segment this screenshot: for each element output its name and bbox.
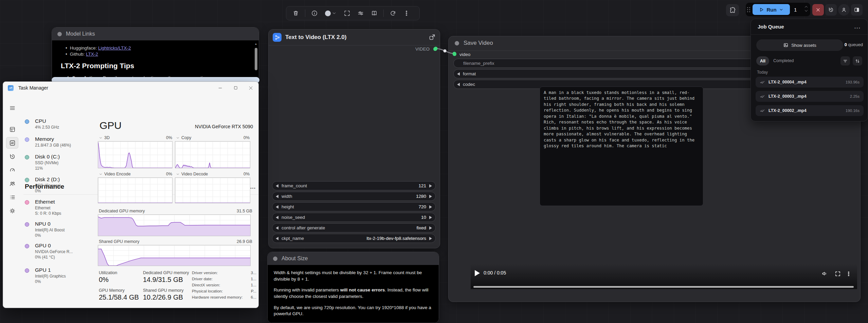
tab-completed[interactable]: Completed xyxy=(773,58,794,63)
increment-arrow[interactable] xyxy=(429,184,432,188)
decrement-arrow[interactable] xyxy=(457,72,460,76)
title-bar[interactable]: Task Manager xyxy=(3,82,258,94)
sidebar-item-processes[interactable] xyxy=(6,124,18,135)
widget-ckpt-name[interactable]: ckpt_name ltx-2-19b-dev-fp8.safetensors xyxy=(272,234,436,243)
playback-time: 0:00 / 0:05 xyxy=(484,270,506,276)
decrement-arrow[interactable] xyxy=(276,216,278,219)
nav-menu-button[interactable] xyxy=(6,102,18,114)
task-manager-window[interactable]: Task Manager Performance xyxy=(3,81,259,308)
sidebar-item-services[interactable] xyxy=(6,205,18,216)
about-size-header[interactable]: About Size xyxy=(268,252,439,265)
filter-button[interactable] xyxy=(840,56,850,65)
toggle-sidebar-button[interactable] xyxy=(851,4,863,16)
user-account-button[interactable] xyxy=(838,4,850,16)
widget-frame-count[interactable]: frame_count 121 xyxy=(272,181,436,190)
sidebar-item-app-history[interactable] xyxy=(6,151,18,162)
settings-sliders-icon[interactable] xyxy=(355,8,367,19)
queue-item[interactable]: LTX-2_00002_.mp4 190.16s xyxy=(756,105,864,116)
chevron-down-icon xyxy=(176,136,180,140)
job-queue-menu-button[interactable]: ... xyxy=(854,24,861,30)
batch-count-steppers[interactable] xyxy=(804,5,808,13)
widget-height[interactable]: height 720 xyxy=(272,202,436,211)
delete-icon[interactable] xyxy=(290,8,302,19)
text-to-video-node[interactable]: Text to Video (LTX 2.0) VIDEO A man in a… xyxy=(268,29,440,248)
run-button[interactable]: Run xyxy=(753,4,790,15)
prompt-textarea[interactable]: A man in a black tuxedo stands motionles… xyxy=(540,87,703,206)
widget-control-after-generate[interactable]: control after generate fixed xyxy=(272,223,436,232)
sidebar-item-performance[interactable] xyxy=(6,137,18,149)
sidebar-item-details[interactable] xyxy=(6,191,18,203)
perf-item-memory[interactable]: Memory 21.8/47.3 GB (46%) xyxy=(23,136,94,148)
increment-arrow[interactable] xyxy=(429,237,432,240)
sidebar-item-users[interactable] xyxy=(6,178,18,189)
chart-label-3d[interactable]: 3D xyxy=(99,135,110,140)
increment-arrow[interactable] xyxy=(429,216,432,219)
perf-item-disk0[interactable]: Disk 0 (C:) SSD (NVMe) 11% xyxy=(23,154,94,171)
batch-count-input[interactable]: 1 xyxy=(790,4,810,15)
history-button[interactable] xyxy=(825,4,837,16)
perf-item-gpu1[interactable]: GPU 1 Intel(R) Graphics 0% xyxy=(23,267,94,284)
scroll-up-arrow[interactable]: ▲ xyxy=(254,42,258,47)
perf-item-cpu[interactable]: CPU 4% 2.53 GHz xyxy=(23,118,94,130)
widget-noise-seed[interactable]: noise_seed 10 xyxy=(272,213,436,222)
decrement-arrow[interactable] xyxy=(457,83,460,86)
chart-label-copy[interactable]: Copy xyxy=(176,135,191,140)
close-button[interactable] xyxy=(243,82,258,94)
decrement-arrow[interactable] xyxy=(276,226,278,230)
fullscreen-button[interactable] xyxy=(835,271,841,277)
video-menu-button[interactable] xyxy=(846,271,852,277)
chevron-down-icon xyxy=(804,9,808,13)
library-book-icon[interactable] xyxy=(368,8,380,19)
run-controls-group: Run 1 xyxy=(746,3,810,16)
increment-arrow[interactable] xyxy=(429,195,432,198)
perf-item-ethernet[interactable]: Ethernet Ethernet S: 0 R: 0 Kbps xyxy=(23,199,94,216)
model-links-header[interactable]: Model Links xyxy=(52,27,259,40)
video-progress-bar[interactable] xyxy=(473,286,854,288)
node-title: Save Video xyxy=(464,40,493,46)
show-assets-button[interactable]: Show assets xyxy=(756,39,843,51)
increment-arrow[interactable] xyxy=(429,205,432,209)
widget-width[interactable]: width 1280 xyxy=(272,192,436,201)
model-links-node[interactable]: Model Links •Huggingface: Lightricks/LTX… xyxy=(52,27,259,83)
cancel-run-button[interactable] xyxy=(812,4,824,16)
redo-icon[interactable] xyxy=(387,8,399,19)
perf-item-disk2[interactable]: Disk 2 (D:) SSD (Spaces) 0% xyxy=(23,176,94,193)
node-color-picker[interactable] xyxy=(322,8,340,19)
memory-dot xyxy=(25,137,29,142)
scrollbar-thumb[interactable] xyxy=(255,48,257,70)
minimize-button[interactable] xyxy=(213,82,228,94)
chart-label-video-decode[interactable]: Video Decode xyxy=(176,172,208,176)
decrement-arrow[interactable] xyxy=(276,205,278,209)
increment-arrow[interactable] xyxy=(429,226,432,230)
node-type-icon xyxy=(273,33,282,42)
more-options-icon[interactable] xyxy=(400,8,413,19)
huggingface-link[interactable]: Lightricks/LTX-2 xyxy=(98,45,131,51)
info-icon[interactable] xyxy=(308,8,321,19)
sort-button[interactable] xyxy=(853,56,862,65)
decrement-arrow[interactable] xyxy=(276,184,278,188)
decrement-arrow[interactable] xyxy=(276,237,278,240)
play-button[interactable] xyxy=(475,270,480,276)
double-check-icon xyxy=(760,108,765,113)
extensions-puzzle-button[interactable] xyxy=(726,4,739,16)
queue-item[interactable]: LTX-2_00003_.mp4 2.25s xyxy=(756,91,864,102)
fit-view-icon[interactable] xyxy=(341,8,353,19)
scrollbar[interactable]: ▲ xyxy=(254,42,258,81)
sidebar-item-startup-apps[interactable] xyxy=(6,164,18,176)
volume-button[interactable] xyxy=(821,270,828,277)
tab-all[interactable]: All xyxy=(756,56,769,65)
chart-label-video-encode[interactable]: Video Encode xyxy=(99,172,131,176)
double-check-icon xyxy=(760,94,765,99)
decrement-arrow[interactable] xyxy=(276,195,278,198)
drag-handle[interactable] xyxy=(747,7,752,12)
comfyui-canvas[interactable]: { "canvas_toolbar": { "icons": ["trash",… xyxy=(0,0,868,323)
perf-item-npu0[interactable]: NPU 0 Intel(R) AI Boost 0% xyxy=(23,221,94,238)
queue-item[interactable]: LTX-2_00004_.mp4 193.96s xyxy=(756,77,864,88)
about-size-node[interactable]: About Size Width & height settings must … xyxy=(267,252,439,323)
maximize-button[interactable] xyxy=(228,82,243,94)
github-link[interactable]: LTX-2 xyxy=(86,52,98,57)
chart-max-dedicated: 31.5 GB xyxy=(237,209,252,213)
perf-item-gpu0[interactable]: GPU 0 NVIDIA GeForce R... 0% (41 °C) xyxy=(23,243,94,260)
expand-node-button[interactable] xyxy=(429,34,436,41)
about-size-title: About Size xyxy=(282,255,308,262)
